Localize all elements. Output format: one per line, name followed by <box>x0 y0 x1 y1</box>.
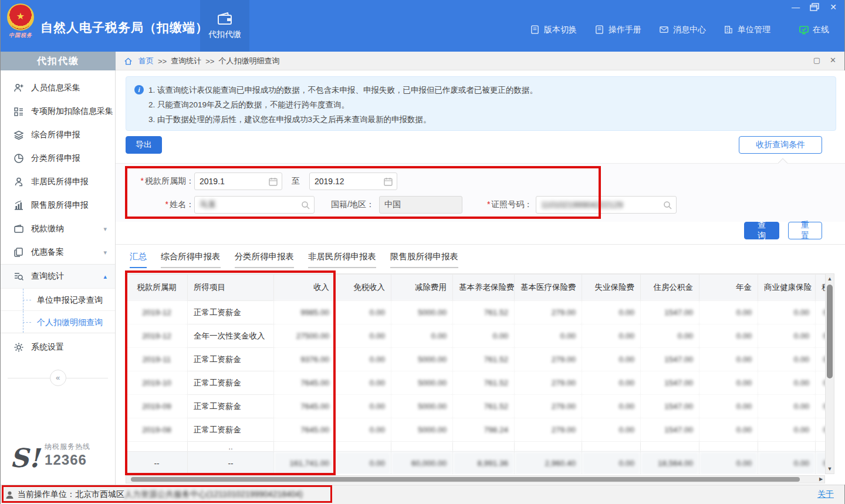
col-annuity[interactable]: 年金 <box>699 275 758 301</box>
calendar-icon[interactable] <box>268 177 278 187</box>
panel-restore-icon[interactable]: ▢ <box>813 56 820 65</box>
vertical-scroll-thumb[interactable] <box>827 285 833 378</box>
tab-classified[interactable]: 分类所得申报表 <box>235 251 295 268</box>
sidebar-item-comprehensive[interactable]: 综合所得申报 <box>1 123 115 147</box>
table-cell: 0.00 <box>816 324 826 348</box>
reset-button[interactable]: 重置 <box>788 222 822 239</box>
sidebar-item-special-deduction[interactable]: 专项附加扣除信息采集 <box>1 100 115 123</box>
tab-comprehensive[interactable]: 综合所得申报表 <box>161 251 221 268</box>
scroll-down-icon[interactable]: ▼ <box>826 465 834 473</box>
id-label: 证照号码： <box>491 199 532 209</box>
table-cell: 0.00 <box>699 348 758 371</box>
bar-chart-icon <box>13 200 24 211</box>
table-cell: 5000.00 <box>391 301 453 324</box>
table-row[interactable]: 2019-12全年一次性奖金收入27500.000.000.000.000.00… <box>126 324 826 348</box>
panel-controls: ▢ ✕ <box>813 56 836 65</box>
table-cell: 0.00 <box>582 371 641 395</box>
online-status-label: 在线 <box>813 25 829 35</box>
table-cell: 全年一次性奖金收入 <box>188 324 274 348</box>
main-content: i 1. 该查询统计表仅能查询已申报成功的数据，不包含未申报、申报失败，已申报但… <box>116 70 845 485</box>
table-cell: 1547.00 <box>641 395 699 418</box>
sidebar-subitem-label: 单位申报记录查询 <box>37 295 103 305</box>
online-status[interactable]: 在线 <box>799 25 829 35</box>
query-button[interactable]: 查询 <box>744 222 779 239</box>
col-income-item[interactable]: 所得项目 <box>188 275 274 301</box>
table-cell: 0.00 <box>582 395 641 418</box>
panel-close-icon[interactable]: ✕ <box>830 56 836 65</box>
name-input[interactable]: 马某 <box>194 196 315 214</box>
tab-summary[interactable]: 汇总 <box>130 251 147 268</box>
table-cell <box>515 442 582 452</box>
breadcrumb-level1[interactable]: 查询统计 <box>171 56 201 66</box>
info-icon: i <box>134 85 144 94</box>
col-period[interactable]: 税款所属期 <box>126 275 188 301</box>
sidebar-item-system-settings[interactable]: 系统设置 <box>1 336 115 359</box>
horizontal-scrollbar[interactable]: ▶ <box>126 475 825 483</box>
table-cell <box>336 442 391 452</box>
table-cell: 0.00 <box>816 348 826 371</box>
sidebar-item-preferential[interactable]: 优惠备案 ▾ <box>1 241 115 264</box>
sidebar-item-label: 人员信息采集 <box>31 83 80 93</box>
breadcrumb-home[interactable]: 首页 <box>138 56 154 66</box>
search-icon[interactable] <box>663 200 672 210</box>
table-row[interactable]: 2019-10正常工资薪金7645.000.005000.00761.52279… <box>126 371 826 395</box>
scroll-up-icon[interactable]: ▲ <box>826 275 834 283</box>
restore-icon[interactable] <box>809 2 820 12</box>
tab-restricted[interactable]: 限售股所得申报表 <box>390 251 458 268</box>
header-tab-withholding[interactable]: 代扣代缴 <box>200 0 249 52</box>
col-pension[interactable]: 基本养老保险费 <box>453 275 515 301</box>
sidebar-collapse-button[interactable]: « <box>50 370 66 386</box>
wallet-icon <box>217 12 232 26</box>
scroll-right-icon[interactable]: ▶ <box>817 476 824 483</box>
sidebar-item-query-stats[interactable]: 查询统计 ▴ <box>1 265 115 288</box>
table-cell: 7645.00 <box>274 371 336 395</box>
table-cell: 7645.00 <box>274 395 336 418</box>
period-from-input[interactable]: 2019.1 <box>194 172 282 190</box>
menu-unit-management[interactable]: 单位管理 <box>724 25 770 35</box>
col-clipped[interactable]: 税 <box>816 275 826 301</box>
vertical-scrollbar[interactable]: ▲ ▼ <box>825 273 834 474</box>
table-row[interactable]: 2019-12正常工资薪金9985.000.005000.00761.52279… <box>126 301 826 324</box>
sidebar-title-label: 代扣代缴 <box>37 56 79 66</box>
table-cell: 761.52 <box>453 348 515 371</box>
table-row[interactable]: 2019-09正常工资薪金7645.000.005000.00761.52279… <box>126 395 826 418</box>
period-to-input[interactable]: 2019.12 <box>309 172 397 190</box>
tab-nonresident[interactable]: 非居民所得申报表 <box>308 251 376 268</box>
sidebar-subitem-unit-query[interactable]: 单位申报记录查询 <box>1 288 115 310</box>
col-health-insurance[interactable]: 商业健康保险 <box>758 275 816 301</box>
document-icon <box>530 25 540 35</box>
minimize-icon[interactable]: — <box>790 2 801 12</box>
sidebar-item-nonresident[interactable]: 非居民所得申报 <box>1 170 115 194</box>
calendar-icon[interactable] <box>383 177 393 187</box>
table-row[interactable]: 2019-11正常工资薪金9376.000.005000.00761.52279… <box>126 348 826 371</box>
sidebar-item-personnel[interactable]: 人员信息采集 <box>1 76 115 100</box>
search-icon[interactable] <box>300 200 310 210</box>
sidebar-item-classified[interactable]: 分类所得申报 <box>1 147 115 170</box>
menu-version-switch[interactable]: 版本切换 <box>530 25 577 35</box>
person-icon <box>13 177 24 187</box>
col-income[interactable]: 收入 <box>274 275 336 301</box>
col-deduction[interactable]: 减除费用 <box>391 275 453 301</box>
menu-version-label: 版本切换 <box>544 25 577 35</box>
col-tax-free-income[interactable]: 免税收入 <box>336 275 391 301</box>
sidebar-item-restricted-stock[interactable]: 限售股所得申报 <box>1 194 115 217</box>
col-medical[interactable]: 基本医疗保险费 <box>515 275 582 301</box>
sidebar-item-tax-payment[interactable]: 税款缴纳 ▾ <box>1 217 115 241</box>
sidebar-subitem-personal-query[interactable]: 个人扣缴明细查询 <box>1 310 115 333</box>
search-list-icon <box>13 271 24 282</box>
export-button[interactable]: 导出 <box>126 136 162 154</box>
menu-message-center[interactable]: 消息中心 <box>659 25 706 35</box>
close-icon[interactable]: ✕ <box>828 2 839 12</box>
table-cell: 1547.00 <box>641 301 699 324</box>
current-unit-label: 当前操作单位： <box>18 489 75 500</box>
id-number-input[interactable]: 110102199904222129 <box>536 196 677 214</box>
col-housing-fund[interactable]: 住房公积金 <box>641 275 699 301</box>
table-row-partial[interactable]: .. <box>126 442 826 452</box>
collapse-query-button[interactable]: 收折查询条件 <box>739 136 822 154</box>
menu-manual[interactable]: 操作手册 <box>594 25 641 35</box>
about-link[interactable]: 关于 <box>817 489 834 500</box>
table-row[interactable]: 2019-08正常工资薪金7645.000.005000.00798.24279… <box>126 418 826 442</box>
col-unemployment[interactable]: 失业保险费 <box>582 275 641 301</box>
table-cell <box>453 442 515 452</box>
horizontal-scroll-thumb[interactable] <box>131 477 800 482</box>
